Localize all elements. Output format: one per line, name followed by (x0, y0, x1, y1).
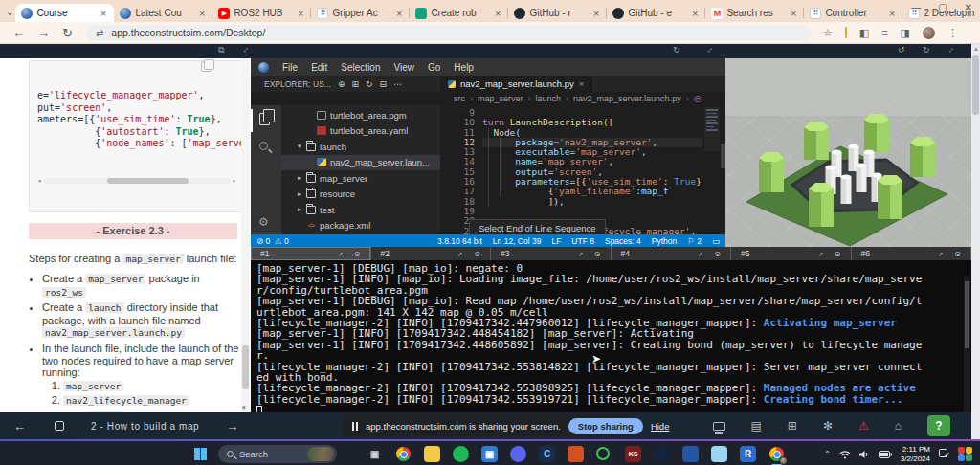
menu-file[interactable]: File (282, 62, 298, 73)
file-explorer-taskbar-icon[interactable] (424, 446, 440, 462)
course-scrollbar[interactable]: ▾ (241, 58, 250, 412)
ide-expand-icon[interactable]: ↕ (705, 45, 715, 55)
explorer-item[interactable]: ▾launch (281, 139, 440, 155)
explorer-item[interactable]: <>package.xml (281, 218, 440, 234)
code-app-taskbar-icon[interactable]: C (539, 446, 555, 462)
restart-shell-icon[interactable]: ⊙ (714, 250, 721, 258)
tab-search-icon[interactable]: ⌄ (6, 5, 13, 20)
terminal-tab[interactable]: #2↕⊙ (371, 247, 492, 260)
browser-tab[interactable]: Create rob× (410, 4, 508, 22)
errors-indicator[interactable]: ⊘ 0 ⚠ 0 (256, 236, 289, 246)
back-icon[interactable]: ← (12, 26, 25, 40)
open-window-icon[interactable]: ↕ (576, 249, 585, 257)
ks-app-taskbar-icon[interactable]: KS (625, 446, 641, 462)
status-item[interactable]: UTF 8 (571, 236, 594, 246)
search-icon[interactable] (259, 142, 268, 150)
tab-close-icon[interactable]: × (579, 78, 585, 89)
r-app-taskbar-icon[interactable]: R (740, 446, 756, 462)
obs-ring-taskbar-icon[interactable] (596, 447, 610, 460)
code-hscrollbar[interactable]: ◂▸ (37, 177, 236, 186)
breadcrumb-item[interactable]: nav2_map_server.launch.py (573, 94, 681, 103)
discord-taskbar-icon[interactable] (510, 446, 526, 462)
expand-icon[interactable]: ↕ (241, 45, 251, 55)
sim-expand-icon[interactable]: ↕ (947, 45, 956, 55)
browser-tab[interactable]: ⠿Controller× (804, 4, 902, 22)
tab-close-icon[interactable]: × (789, 8, 798, 19)
extensions-icon[interactable]: ◧ (859, 27, 869, 39)
hide-link[interactable]: Hide (651, 421, 670, 432)
widgets-icon[interactable] (958, 447, 972, 461)
profile-avatar[interactable] (923, 27, 935, 39)
menu-selection[interactable]: Selection (341, 62, 380, 73)
next-unit-icon[interactable]: → (226, 419, 238, 433)
stop-sharing-button[interactable]: Stop sharing (568, 418, 643, 434)
pause-icon[interactable] (352, 422, 358, 431)
sim-refresh-icon[interactable]: ↻ (923, 45, 930, 55)
cast-icon[interactable]: ▭ (712, 236, 720, 246)
restart-shell-icon[interactable]: ⊙ (954, 250, 961, 258)
open-window-icon[interactable]: ↕ (816, 249, 825, 257)
collapse-folders-icon[interactable]: ⊟ (380, 79, 388, 89)
url-bar[interactable]: ⇄ app.theconstructsim.com/Desktop/ (86, 25, 812, 41)
new-folder-icon[interactable]: ⊞ (351, 79, 359, 89)
tab-close-icon[interactable]: × (493, 8, 502, 19)
clock[interactable]: 2:11 PM 3/2/2024 (901, 445, 930, 463)
ide-refresh-icon[interactable]: ↻ (673, 45, 680, 55)
task-view-taskbar-icon[interactable]: ▣ (367, 446, 383, 462)
status-item[interactable]: LF (551, 236, 561, 246)
browser-tab[interactable]: ▶ROS2 HUB× (212, 4, 311, 22)
open-window-icon[interactable]: ↕ (336, 249, 345, 257)
chrome-profile-taskbar-icon[interactable] (768, 446, 785, 462)
ai-assistant-icon[interactable]: ✻ (823, 419, 833, 432)
explorer-item[interactable]: nav2_map_server.laun... (281, 155, 440, 171)
explorer-item[interactable]: ▸resource (281, 187, 440, 203)
explorer-item[interactable]: ▸test (281, 202, 440, 218)
terminal-scrollbar[interactable] (964, 276, 970, 412)
volume-icon[interactable] (859, 450, 870, 459)
bell-icon[interactable]: ⚐ 2 (687, 236, 702, 246)
terminal-tab[interactable]: #3↕⊙ (491, 247, 612, 260)
browser-tab[interactable]: GitHub - r× (508, 4, 607, 22)
tab-close-icon[interactable]: × (690, 8, 700, 19)
photos-taskbar-icon[interactable]: ▣ (481, 446, 498, 462)
status-item[interactable]: Ln 12, Col 39 (493, 236, 542, 246)
bookmark-star-icon[interactable]: ☆ (823, 27, 833, 39)
matlab-taskbar-icon[interactable] (568, 446, 584, 462)
refresh-explorer-icon[interactable]: ↻ (366, 79, 373, 89)
open-window-icon[interactable]: ↕ (937, 249, 946, 257)
page-scrollbar[interactable]: ▲ (971, 44, 980, 439)
restart-shell-icon[interactable]: ⊙ (594, 250, 601, 258)
terminal-tab[interactable]: #5↕⊙ (731, 247, 852, 260)
close-icon[interactable]: ✕ (965, 2, 972, 12)
taskbar-search[interactable]: Search (218, 445, 337, 463)
terminal-tab[interactable]: #4↕⊙ (612, 247, 732, 260)
sim-rotate-icon[interactable]: ↺ (898, 45, 905, 55)
apps-grid-icon[interactable]: ⊞ (788, 419, 797, 432)
menu-dots-icon[interactable]: ⋮ (947, 27, 958, 39)
breadcrumb-item[interactable]: map_server (478, 94, 523, 103)
home-icon[interactable]: ⌂ (895, 419, 902, 432)
hidden-icons-chevron[interactable]: ⌃ (824, 450, 831, 458)
breadcrumb-item[interactable]: launch (536, 94, 562, 103)
remote-app-taskbar-icon[interactable] (682, 446, 699, 462)
status-item[interactable]: Spaces: 4 (605, 236, 641, 246)
menu-view[interactable]: View (394, 62, 415, 73)
wifi-icon[interactable] (839, 450, 851, 459)
tab-close-icon[interactable]: × (394, 8, 404, 19)
spotify-taskbar-icon[interactable] (453, 446, 469, 462)
tab-close-icon[interactable]: × (591, 8, 601, 19)
restart-shell-icon[interactable]: ⊙ (354, 250, 361, 258)
code-editor[interactable]: 9101112131415161718192021 turn LaunchDes… (440, 105, 725, 234)
desktop-icon[interactable] (713, 422, 725, 431)
menu-help[interactable]: Help (454, 62, 474, 73)
terminal-tab[interactable]: #6↕⊙ (852, 247, 972, 260)
tab-close-icon[interactable]: × (887, 8, 897, 19)
open-window-icon[interactable]: ↕ (697, 249, 705, 257)
breadcrumb-item[interactable]: src (454, 94, 465, 103)
minimap[interactable] (704, 107, 720, 151)
chrome-taskbar-icon[interactable] (395, 446, 412, 462)
gear-icon[interactable]: ⚙ (258, 215, 269, 229)
browser-tab[interactable]: MSearch res× (705, 4, 804, 22)
terminal-output[interactable]: [map_server-1] [DEBUG] [map_io]: negate:… (251, 260, 971, 412)
help-button[interactable]: ? (927, 415, 950, 436)
